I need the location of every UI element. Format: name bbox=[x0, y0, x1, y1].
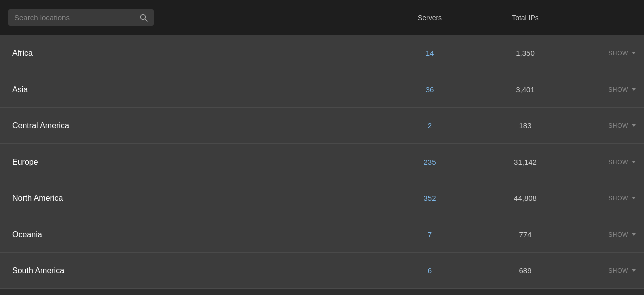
row-region-name: North America bbox=[8, 194, 384, 203]
table-row: Africa 14 1,350 SHOW bbox=[0, 35, 644, 71]
show-label: SHOW bbox=[608, 267, 628, 274]
show-label: SHOW bbox=[608, 159, 628, 166]
search-input[interactable] bbox=[14, 13, 136, 22]
chevron-down-icon bbox=[632, 88, 636, 91]
row-total-ips-value: 3,401 bbox=[475, 85, 576, 94]
show-button[interactable]: SHOW bbox=[608, 86, 636, 93]
search-icon[interactable] bbox=[140, 14, 148, 22]
row-servers-count: 352 bbox=[384, 194, 475, 202]
search-wrapper bbox=[8, 9, 154, 26]
row-total-ips-value: 689 bbox=[475, 266, 576, 275]
header-bar: Servers Total IPs bbox=[0, 0, 644, 35]
chevron-down-icon bbox=[632, 233, 636, 236]
col-total-ips-header: Total IPs bbox=[475, 14, 576, 22]
row-action-cell: SHOW bbox=[576, 267, 636, 274]
show-label: SHOW bbox=[608, 122, 628, 129]
table-row: Oceania 7 774 SHOW bbox=[0, 216, 644, 253]
table-row: Asia 36 3,401 SHOW bbox=[0, 71, 644, 108]
show-label: SHOW bbox=[608, 231, 628, 238]
row-total-ips-value: 31,142 bbox=[475, 158, 576, 166]
table-row: Central America 2 183 SHOW bbox=[0, 108, 644, 144]
row-region-name: Asia bbox=[8, 85, 384, 94]
table-body: Africa 14 1,350 SHOW Asia 36 3,401 SHOW … bbox=[0, 35, 644, 289]
chevron-down-icon bbox=[632, 197, 636, 199]
column-headers: Servers Total IPs bbox=[154, 14, 636, 22]
show-button[interactable]: SHOW bbox=[608, 267, 636, 274]
svg-line-1 bbox=[145, 19, 148, 21]
table-row: Europe 235 31,142 SHOW bbox=[0, 144, 644, 180]
show-button[interactable]: SHOW bbox=[608, 50, 636, 57]
row-action-cell: SHOW bbox=[576, 122, 636, 129]
table-row: North America 352 44,808 SHOW bbox=[0, 180, 644, 216]
chevron-down-icon bbox=[632, 124, 636, 127]
show-button[interactable]: SHOW bbox=[608, 231, 636, 238]
row-region-name: Central America bbox=[8, 121, 384, 130]
table-row: South America 6 689 SHOW bbox=[0, 253, 644, 289]
show-button[interactable]: SHOW bbox=[608, 195, 636, 202]
chevron-down-icon bbox=[632, 269, 636, 272]
row-servers-count: 2 bbox=[384, 121, 475, 130]
chevron-down-icon bbox=[632, 52, 636, 54]
row-action-cell: SHOW bbox=[576, 86, 636, 93]
row-total-ips-value: 1,350 bbox=[475, 49, 576, 57]
show-label: SHOW bbox=[608, 86, 628, 93]
chevron-down-icon bbox=[632, 161, 636, 163]
row-servers-count: 36 bbox=[384, 85, 475, 94]
row-action-cell: SHOW bbox=[576, 195, 636, 202]
row-action-cell: SHOW bbox=[576, 50, 636, 57]
row-servers-count: 7 bbox=[384, 230, 475, 239]
col-servers-header: Servers bbox=[384, 14, 475, 22]
row-servers-count: 235 bbox=[384, 158, 475, 166]
row-region-name: Europe bbox=[8, 158, 384, 167]
row-region-name: Africa bbox=[8, 49, 384, 58]
show-label: SHOW bbox=[608, 195, 628, 202]
show-button[interactable]: SHOW bbox=[608, 122, 636, 129]
show-button[interactable]: SHOW bbox=[608, 159, 636, 166]
row-total-ips-value: 774 bbox=[475, 230, 576, 239]
row-total-ips-value: 183 bbox=[475, 121, 576, 130]
main-container: Servers Total IPs Africa 14 1,350 SHOW A… bbox=[0, 0, 644, 289]
row-servers-count: 6 bbox=[384, 266, 475, 275]
row-region-name: Oceania bbox=[8, 230, 384, 239]
row-servers-count: 14 bbox=[384, 49, 475, 57]
row-total-ips-value: 44,808 bbox=[475, 194, 576, 202]
row-region-name: South America bbox=[8, 266, 384, 275]
row-action-cell: SHOW bbox=[576, 231, 636, 238]
row-action-cell: SHOW bbox=[576, 159, 636, 166]
show-label: SHOW bbox=[608, 50, 628, 57]
